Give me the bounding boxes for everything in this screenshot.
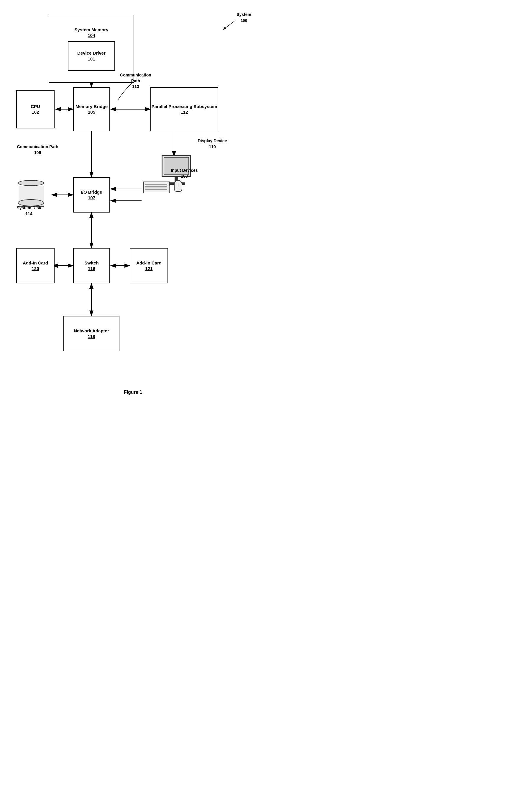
add-in-card-121-box: Add-In Card 121	[130, 248, 168, 284]
system-disk-label: System Disk 114	[11, 205, 46, 217]
mouse-icon	[174, 180, 182, 192]
keyboard-icon	[143, 182, 170, 193]
svg-line-14	[223, 21, 235, 30]
figure-caption: Figure 1	[0, 390, 266, 401]
display-device-label: Display Device 110	[193, 138, 231, 150]
network-adapter-box: Network Adapter 118	[63, 316, 119, 351]
switch-box: Switch 116	[73, 248, 110, 284]
io-bridge-box: I/O Bridge 107	[73, 177, 110, 213]
system-label: System 100	[236, 12, 251, 23]
system-disk-icon	[18, 180, 44, 207]
parallel-processing-box: Parallel Processing Subsystem 112	[150, 87, 218, 131]
device-driver-box: Device Driver 101	[68, 41, 115, 71]
cpu-box: CPU 102	[16, 90, 55, 128]
diagram: System 100 System Memory 104 Device Driv…	[0, 0, 266, 384]
comm-path-106-label: Communication Path 106	[16, 144, 59, 156]
add-in-card-120-box: Add-In Card 120	[16, 248, 55, 284]
memory-bridge-box: Memory Bridge 105	[73, 87, 110, 131]
input-devices-label: Input Devices 108	[167, 168, 202, 179]
